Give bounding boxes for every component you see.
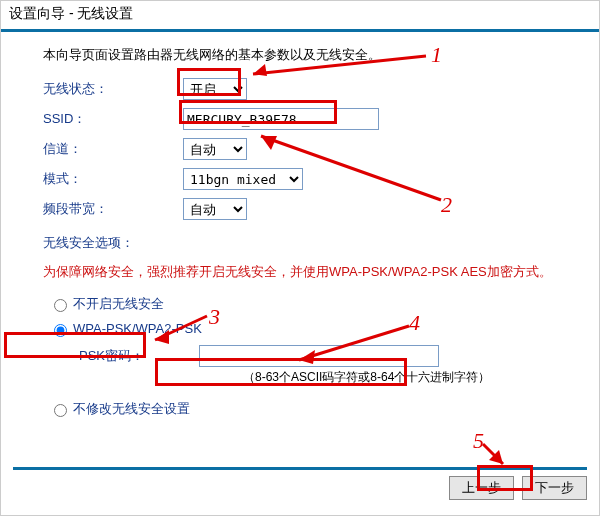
arrow-5 [477,440,517,470]
row-channel: 信道： 自动 [43,138,569,160]
prev-button[interactable]: 上一步 [449,476,514,500]
opt-no-security[interactable]: 不开启无线安全 [49,295,569,313]
select-channel[interactable]: 自动 [183,138,247,160]
label-bandwidth: 频段带宽： [43,200,183,218]
opt-wpa[interactable]: WPA-PSK/WPA2-PSK [49,321,569,337]
psk-hint: （8-63个ASCII码字符或8-64个十六进制字符） [243,369,569,386]
select-wireless-state[interactable]: 开启 [183,78,247,100]
radio-no-security[interactable] [54,299,67,312]
svg-marker-9 [489,450,503,464]
wizard-window: 设置向导 - 无线设置 本向导页面设置路由器无线网络的基本参数以及无线安全。 无… [0,0,600,516]
row-wireless-state: 无线状态： 开启 [43,78,569,100]
content-area: 本向导页面设置路由器无线网络的基本参数以及无线安全。 无线状态： 开启 SSID… [1,32,599,508]
svg-marker-1 [253,64,267,76]
row-ssid: SSID： [43,108,569,130]
label-ssid: SSID： [43,110,183,128]
opt-wpa-label: WPA-PSK/WPA2-PSK [73,321,202,336]
input-psk[interactable] [199,345,439,367]
opt-no-security-label: 不开启无线安全 [73,295,164,313]
label-wireless-state: 无线状态： [43,80,183,98]
button-bar: 上一步 下一步 [13,467,587,500]
label-psk: PSK密码： [79,347,199,365]
intro-text: 本向导页面设置路由器无线网络的基本参数以及无线安全。 [43,46,569,64]
row-psk: PSK密码： [79,345,569,367]
opt-keep[interactable]: 不修改无线安全设置 [49,400,569,418]
annotation-5: 5 [473,428,484,454]
row-bandwidth: 频段带宽： 自动 [43,198,569,220]
select-mode[interactable]: 11bgn mixed [183,168,303,190]
radio-wpa[interactable] [54,324,67,337]
row-mode: 模式： 11bgn mixed [43,168,569,190]
label-mode: 模式： [43,170,183,188]
label-channel: 信道： [43,140,183,158]
opt-keep-label: 不修改无线安全设置 [73,400,190,418]
svg-line-8 [483,444,503,464]
radio-keep[interactable] [54,404,67,417]
security-warning: 为保障网络安全，强烈推荐开启无线安全，并使用WPA-PSK/WPA2-PSK A… [43,262,569,283]
next-button[interactable]: 下一步 [522,476,587,500]
window-title: 设置向导 - 无线设置 [1,1,599,32]
input-ssid[interactable] [183,108,379,130]
security-section-label: 无线安全选项： [43,234,569,252]
select-bandwidth[interactable]: 自动 [183,198,247,220]
